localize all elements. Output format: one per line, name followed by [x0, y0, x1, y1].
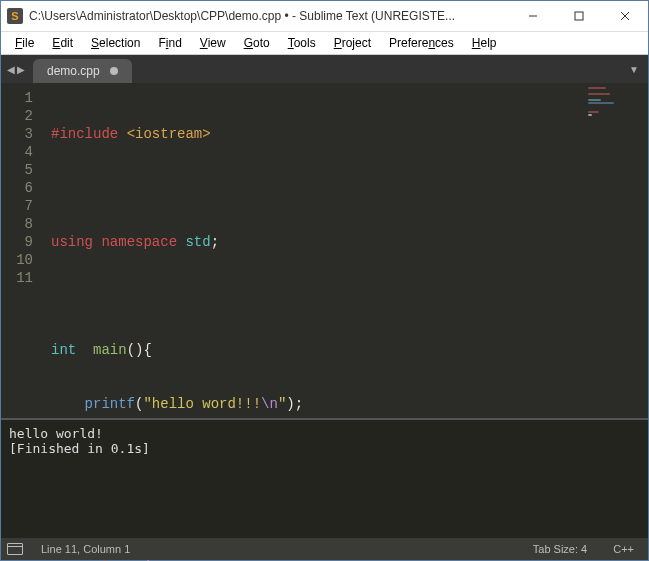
menu-find[interactable]: Find: [150, 34, 189, 52]
app-icon: S: [7, 8, 23, 24]
line-number: 10: [1, 251, 33, 269]
menu-project[interactable]: Project: [326, 34, 379, 52]
nav-back-icon[interactable]: ◀: [7, 64, 15, 75]
line-gutter: 1 2 3 4 5 6 7 8 9 10 11: [1, 83, 43, 418]
tab-dropdown-icon[interactable]: ▼: [620, 55, 648, 83]
tab-bar: ◀▶ demo.cpp ▼: [1, 55, 648, 83]
line-number: 9: [1, 233, 33, 251]
svg-rect-1: [575, 12, 583, 20]
menu-tools[interactable]: Tools: [280, 34, 324, 52]
nav-forward-icon[interactable]: ▶: [17, 64, 25, 75]
tab-history-nav[interactable]: ◀▶: [1, 55, 31, 83]
line-number: 6: [1, 179, 33, 197]
line-number: 11: [1, 269, 33, 287]
app-window: S C:\Users\Administrator\Desktop\CPP\dem…: [0, 0, 649, 561]
panel-switcher-icon[interactable]: [7, 543, 23, 555]
line-number: 1: [1, 89, 33, 107]
title-bar[interactable]: S C:\Users\Administrator\Desktop\CPP\dem…: [1, 1, 648, 32]
menu-help[interactable]: Help: [464, 34, 505, 52]
window-title: C:\Users\Administrator\Desktop\CPP\demo.…: [29, 9, 510, 23]
line-number: 8: [1, 215, 33, 233]
line-number: 7: [1, 197, 33, 215]
line-number: 5: [1, 161, 33, 179]
menu-file[interactable]: File: [7, 34, 42, 52]
menu-view[interactable]: View: [192, 34, 234, 52]
editor-area[interactable]: 1 2 3 4 5 6 7 8 9 10 11 #include <iostre…: [1, 83, 648, 418]
menu-bar: File Edit Selection Find View Goto Tools…: [1, 32, 648, 55]
tab-dirty-indicator-icon: [110, 67, 118, 75]
close-button[interactable]: [602, 1, 648, 31]
tab-label: demo.cpp: [47, 64, 100, 78]
menu-goto[interactable]: Goto: [236, 34, 278, 52]
menu-edit[interactable]: Edit: [44, 34, 81, 52]
line-number: 4: [1, 143, 33, 161]
maximize-button[interactable]: [556, 1, 602, 31]
line-number: 2: [1, 107, 33, 125]
code-content[interactable]: #include <iostream> using namespace std;…: [43, 83, 648, 418]
line-number: 3: [1, 125, 33, 143]
tab-demo-cpp[interactable]: demo.cpp: [33, 59, 132, 83]
menu-selection[interactable]: Selection: [83, 34, 148, 52]
menu-preferences[interactable]: Preferences: [381, 34, 462, 52]
minimize-button[interactable]: [510, 1, 556, 31]
